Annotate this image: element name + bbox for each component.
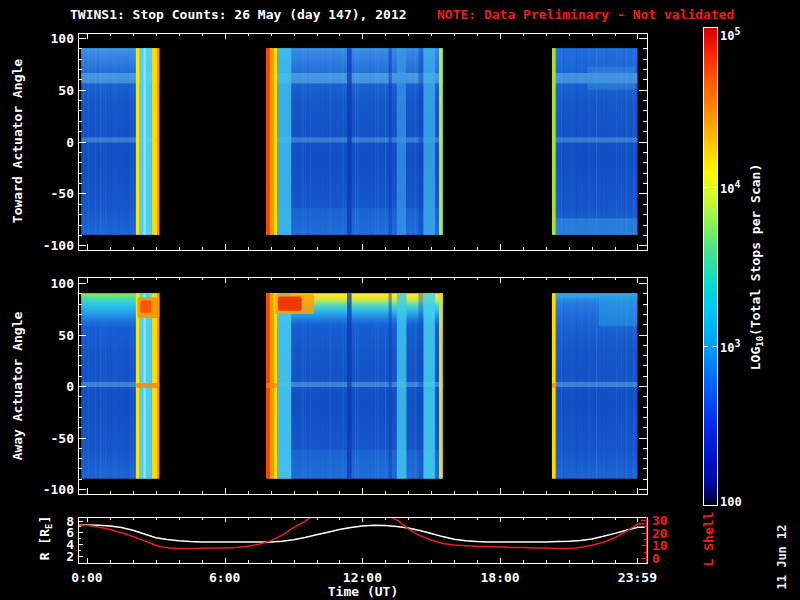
tick-label: 50 [58,328,74,341]
colorbar [704,28,718,506]
toward-angle-axis-label: Toward Actuator Angle [11,59,24,223]
tick-label: 103 [720,339,740,354]
r-curve [79,525,645,542]
tick-label: 50 [58,83,74,96]
r-axis-label-suffix: ] [37,516,52,524]
tick-label: 2 [66,549,74,562]
tick-label: -50 [51,187,74,200]
tick-label: 0:00 [71,571,102,584]
l-shell-axis-label: L Shell [702,512,715,567]
colorbar-title-rest: (Total Stops per Scan) [748,164,763,336]
tick-label: 0 [66,380,74,393]
time-axis-label: Time (UT) [328,585,398,598]
twins-stop-counts-figure: TWINS1: Stop Counts: 26 May (day 147), 2… [0,0,800,600]
tick-label: -50 [51,431,74,444]
tick-label: 104 [720,179,740,194]
toward-spectrogram [81,48,637,235]
r-axis-label-prefix: R [R [37,529,52,560]
tick-label: -100 [43,483,74,496]
tick-label: 100 [720,496,742,508]
tick-label: 100 [51,277,74,290]
tick-label: -100 [43,239,74,252]
preliminary-note: NOTE: Data Preliminary - Not validated [437,8,734,21]
away-angle-axis-label: Away Actuator Angle [11,312,24,461]
r-axis-label: R [RE] [38,516,55,561]
colorbar-title-sub: 10 [755,336,765,347]
tick-label: 18:00 [481,571,520,584]
colorbar-title-prefix: LOG [748,347,763,370]
r-axis-label-sub: E [44,524,54,529]
plot-canvas [0,0,800,600]
date-stamp: 11 Jun 12 [776,524,788,589]
figure-title: TWINS1: Stop Counts: 26 May (day 147), 2… [70,8,407,21]
tick-label: 100 [51,31,74,44]
tick-label: 12:00 [343,571,382,584]
colorbar-title: LOG10(Total Stops per Scan) [749,164,766,371]
tick-label: 6:00 [209,571,240,584]
tick-label: 0 [66,135,74,148]
tick-label: 0 [652,552,660,565]
tick-label: 23:59 [618,571,657,584]
away-spectrogram [81,293,637,478]
tick-label: 105 [720,27,740,42]
